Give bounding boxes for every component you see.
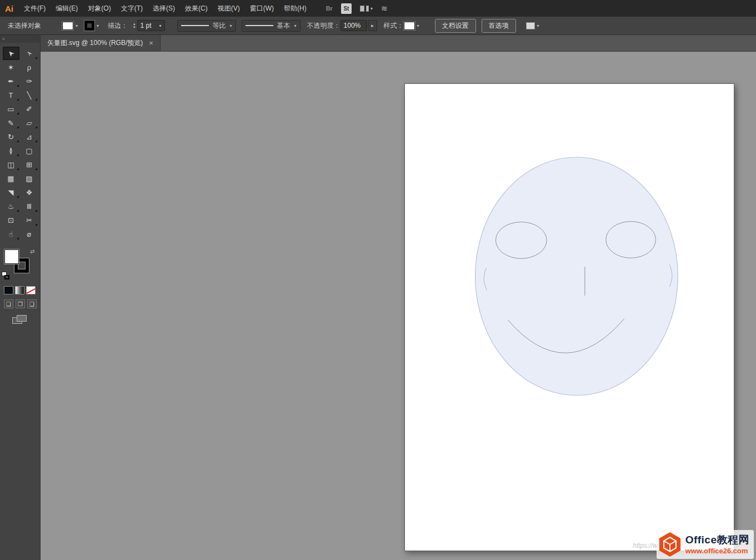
tool-flyout-indicator [17, 112, 19, 114]
menu-type[interactable]: 文字(T) [116, 0, 148, 17]
width-tool[interactable]: ≬ [3, 144, 19, 157]
default-fill-stroke-icon[interactable] [2, 272, 11, 280]
stroke-weight-stepper[interactable]: ▴ ▾ [133, 22, 136, 29]
line-segment-tool[interactable]: ╲ [21, 88, 38, 102]
mesh-tool[interactable]: ▦ [3, 172, 19, 185]
fill-color-dropdown[interactable]: ▾ [62, 22, 78, 30]
drawing-mode-buttons: ❏❐❑ [4, 299, 40, 308]
draw-inside-button[interactable]: ❑ [27, 299, 37, 308]
zoom-tool[interactable]: ⌀ [21, 227, 38, 241]
color-button[interactable] [4, 286, 13, 294]
pencil-tool-icon: ✎ [8, 119, 14, 127]
slice-tool[interactable]: ✂ [21, 213, 38, 227]
watermark-url: www.office26.com [685, 547, 749, 555]
chevron-down-icon: ▾ [76, 23, 78, 28]
width-tool-icon: ≬ [9, 147, 12, 155]
magic-wand-tool[interactable]: ✶ [3, 61, 19, 74]
chevron-down-icon: ▾ [294, 23, 297, 28]
share-icon[interactable]: ≋ [381, 4, 388, 13]
shape-builder-tool[interactable]: ◫ [3, 158, 19, 171]
menu-bar: Ai 文件(F)编辑(E)对象(O)文字(T)选择(S)效果(C)视图(V)窗口… [0, 0, 756, 17]
scale-tool[interactable]: ⊿ [21, 130, 38, 143]
menu-window[interactable]: 窗口(W) [245, 0, 279, 17]
artboard-tool[interactable]: ⊡ [3, 213, 19, 227]
panel-menu-dropdown[interactable]: ▾ [526, 22, 539, 29]
menu-help[interactable]: 帮助(H) [279, 0, 312, 17]
document-tab[interactable]: 矢量图.svg @ 100% (RGB/预览) × [41, 35, 161, 51]
rectangle-tool[interactable]: ▭ [3, 102, 19, 116]
perspective-grid-tool[interactable]: ⊞ [21, 158, 38, 171]
control-bar: 未选择对象 ▾ ▾ 描边： ▴ ▾ 1 pt ▾ 等比 ▾ 基本 ▾ 不透明度：… [0, 17, 756, 35]
paintbrush-tool[interactable]: ✐ [21, 102, 38, 116]
rotate-tool[interactable]: ↻ [3, 130, 19, 143]
watermark: Office教程网 www.office26.com [657, 530, 754, 559]
swap-fill-stroke-icon[interactable]: ⇄ [30, 248, 34, 254]
rotate-tool-icon: ↻ [8, 133, 14, 141]
preferences-button[interactable]: 首选项 [482, 19, 516, 33]
draw-behind-button[interactable]: ❐ [16, 299, 25, 308]
symbol-sprayer-tool[interactable]: ♨ [3, 199, 19, 213]
eraser-tool[interactable]: ▱ [21, 116, 38, 129]
screen-mode-icon [17, 315, 27, 322]
stroke-weight-input[interactable]: 1 pt ▾ [137, 20, 165, 31]
eyedropper-tool[interactable]: ◥ [3, 186, 19, 199]
fill-stroke-proxy: ⇄ [0, 247, 40, 283]
direct-selection-tool[interactable]: ➢ [21, 47, 38, 60]
bridge-button[interactable]: Br [326, 5, 333, 12]
magic-wand-tool-icon: ✶ [8, 63, 14, 72]
curvature-tool[interactable]: ✑ [21, 74, 38, 88]
free-transform-tool[interactable]: ▢ [21, 144, 38, 157]
brush-preview [246, 25, 273, 26]
opacity-input[interactable]: 100% [341, 20, 367, 31]
selection-status: 未选择对象 [8, 21, 58, 31]
stock-button[interactable]: St [341, 3, 352, 14]
opacity-options-button[interactable]: ▸ [368, 20, 377, 31]
stroke-weight-label: 描边： [108, 21, 128, 31]
menu-effect[interactable]: 效果(C) [180, 0, 213, 17]
stroke-weight-value: 1 pt [141, 22, 152, 29]
hand-tool[interactable]: ☝ [3, 227, 19, 241]
lasso-tool-icon: ρ [27, 63, 31, 72]
document-setup-button[interactable]: 文档设置 [435, 19, 476, 33]
pencil-tool[interactable]: ✎ [3, 116, 19, 129]
gradient-tool[interactable]: ▨ [21, 172, 38, 185]
draw-normal-button[interactable]: ❏ [4, 299, 13, 308]
panel-icon [526, 22, 535, 29]
document-tab-bar: 矢量图.svg @ 100% (RGB/预览) × [41, 35, 756, 52]
chevron-down-icon: ▾ [97, 23, 99, 28]
style-dropdown[interactable]: ▾ [404, 22, 419, 30]
artboard[interactable]: https://www.office26.com [404, 83, 734, 551]
brush-definition-dropdown[interactable]: 基本 ▾ [242, 20, 301, 32]
none-button[interactable] [26, 286, 36, 294]
pen-tool[interactable]: ✒ [3, 74, 19, 88]
style-swatch [404, 22, 415, 30]
tools-grid: ➤➢✶ρ✒✑T╲▭✐✎▱↻⊿≬▢◫⊞▦▨◥❖♨Ⅲ⊡✂☝⌀ [0, 47, 40, 241]
fill-proxy-swatch[interactable] [4, 249, 19, 264]
menu-select[interactable]: 选择(S) [148, 0, 180, 17]
line-segment-tool-icon: ╲ [27, 91, 32, 99]
close-tab-icon[interactable]: × [149, 39, 153, 47]
selection-tool-icon: ➤ [6, 48, 16, 58]
blend-tool[interactable]: ❖ [21, 186, 38, 199]
stroke-profile-dropdown[interactable]: 等比 ▾ [177, 20, 236, 32]
gradient-button[interactable] [15, 286, 24, 294]
face-head[interactable] [475, 157, 678, 396]
menu-edit[interactable]: 编辑(E) [51, 0, 83, 17]
screen-mode-button[interactable] [12, 315, 28, 324]
lasso-tool[interactable]: ρ [21, 61, 38, 74]
canvas-area[interactable]: https://www.office26.com [41, 52, 756, 560]
column-graph-tool[interactable]: Ⅲ [21, 199, 38, 213]
panel-collapse-icon[interactable]: « [0, 35, 40, 43]
arrange-documents-button[interactable]: ▾ [360, 6, 373, 12]
menu-view[interactable]: 视图(V) [213, 0, 245, 17]
menu-object[interactable]: 对象(O) [83, 0, 116, 17]
eraser-tool-icon: ▱ [27, 119, 32, 127]
selection-tool[interactable]: ➤ [3, 47, 19, 60]
menu-file[interactable]: 文件(F) [19, 0, 51, 17]
stroke-color-dropdown[interactable]: ▾ [84, 21, 99, 31]
tool-flyout-indicator [17, 168, 19, 170]
column-graph-tool-icon: Ⅲ [27, 202, 32, 211]
type-tool[interactable]: T [3, 88, 19, 102]
mesh-tool-icon: ▦ [7, 174, 14, 183]
rectangle-tool-icon: ▭ [7, 105, 14, 113]
